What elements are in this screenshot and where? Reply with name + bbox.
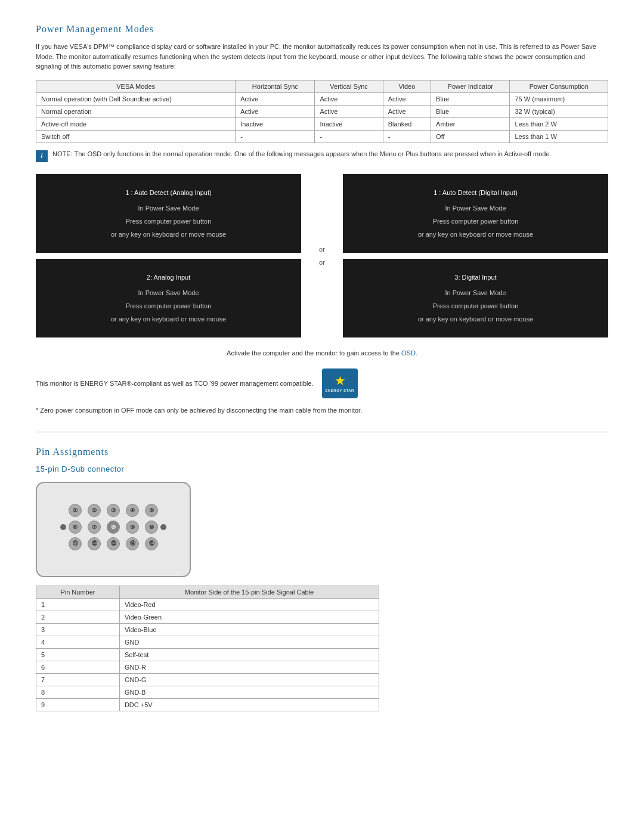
table-cell: Inactive <box>236 117 315 130</box>
table-row: Switch off---OffLess than 1 W <box>36 130 608 143</box>
pin-row-2: ⑥ ⑦ ⑧ ⑨ ⑩ <box>69 521 158 534</box>
table-cell: Blue <box>431 105 510 117</box>
screen-title: 3: Digital Input <box>454 271 496 284</box>
pin-6: ⑥ <box>69 521 82 534</box>
table-cell: Blue <box>431 92 510 105</box>
table-header-cell: Power Indicator <box>431 80 510 92</box>
zero-power-note: * Zero power consumption in OFF mode can… <box>36 407 608 414</box>
screen-title: 1 : Auto Detect (Digital Input) <box>434 186 518 199</box>
pin-table-row: 8GND-B <box>36 686 379 698</box>
left-screen-column: 1 : Auto Detect (Analog Input) In Power … <box>36 174 301 337</box>
pin-table-cell: GND-B <box>119 686 379 698</box>
pin-9: ⑨ <box>126 521 139 534</box>
pin-header-cell: Monitor Side of the 15-pin Side Signal C… <box>119 586 379 598</box>
energy-star-text: This monitor is ENERGY STAR®-compliant a… <box>36 380 314 387</box>
screen-analog-2: 2: Analog Input In Power Save Mode Press… <box>36 259 301 337</box>
energy-star-star: ★ <box>335 374 345 388</box>
table-body: Normal operation (with Dell Soundbar act… <box>36 92 608 143</box>
table-cell: Normal operation <box>36 105 236 117</box>
screen-line2: Press computer power button <box>433 299 519 312</box>
power-management-section: Power Management Modes If you have VESA'… <box>36 24 608 414</box>
pin-table-cell: 4 <box>36 636 120 648</box>
screen-title: 1 : Auto Detect (Analog Input) <box>125 186 211 199</box>
table-cell: Switch off <box>36 130 236 143</box>
pin-15: ⑮ <box>145 537 158 550</box>
pin-assignments-title: Pin Assignments <box>36 447 608 457</box>
pin-table-cell: Video-Red <box>119 598 379 611</box>
screen-line3: or any key on keyboard or move mouse <box>418 312 533 326</box>
pin-table-row: 7GND-G <box>36 673 379 686</box>
screen-line3: or any key on keyboard or move mouse <box>111 312 226 326</box>
pin-11: ⑪ <box>69 537 82 550</box>
screen-digital-2: 3: Digital Input In Power Save Mode Pres… <box>343 259 608 337</box>
table-cell: Inactive <box>315 117 383 130</box>
table-cell: Less than 2 W <box>510 117 608 130</box>
table-row: Active-off modeInactiveInactiveBlankedAm… <box>36 117 608 130</box>
table-cell: 75 W (maximum) <box>510 92 608 105</box>
connector-pins: ① ② ③ ④ ⑤ ⑥ ⑦ ⑧ ⑨ ⑩ ⑪ ⑫ ⑬ ⑭ <box>69 504 158 550</box>
pin-1: ① <box>69 504 82 517</box>
screen-line2: Press computer power button <box>126 215 212 228</box>
pin-4: ④ <box>126 504 139 517</box>
pin-connector-subtitle: 15-pin D-Sub connector <box>36 465 608 473</box>
screen-line2: Press computer power button <box>126 299 212 312</box>
pin-7: ⑦ <box>88 521 101 534</box>
pin-table-cell: GND <box>119 636 379 648</box>
note-icon: i <box>36 150 48 162</box>
pin-table-row: 2Video-Green <box>36 611 379 623</box>
pin-12: ⑫ <box>88 537 101 550</box>
table-cell: Active <box>236 105 315 117</box>
energy-star-badge: ★ ENERGY STAR <box>322 368 358 398</box>
pin-table-cell: DDC +5V <box>119 698 379 711</box>
pin-table-cell: GND-G <box>119 673 379 686</box>
table-header-cell: VESA Modes <box>36 80 236 92</box>
pin-table-cell: 8 <box>36 686 120 698</box>
pin-table-row: 6GND-R <box>36 661 379 673</box>
table-header-row: VESA ModesHorizontal SyncVertical SyncVi… <box>36 80 608 92</box>
pin-table-cell: 6 <box>36 661 120 673</box>
pin-table-cell: 7 <box>36 673 120 686</box>
screen-line1: In Power Save Mode <box>445 286 506 299</box>
osd-link[interactable]: OSD <box>401 349 416 357</box>
intro-paragraph: If you have VESA's DPM™ compliance displ… <box>36 42 608 72</box>
pin-table-row: 3Video-Blue <box>36 623 379 636</box>
pin-table-cell: Video-Green <box>119 611 379 623</box>
note-box: i NOTE: The OSD only functions in the no… <box>36 150 608 162</box>
screen-line1: In Power Save Mode <box>138 202 199 215</box>
table-cell: Less than 1 W <box>510 130 608 143</box>
pin-table-row: 4GND <box>36 636 379 648</box>
pin-table-cell: Self-test <box>119 648 379 661</box>
pin-table-cell: 5 <box>36 648 120 661</box>
pin-assignments-table: Pin NumberMonitor Side of the 15-pin Sid… <box>36 586 379 711</box>
table-cell: Amber <box>431 117 510 130</box>
screen-digital-1: 1 : Auto Detect (Digital Input) In Power… <box>343 174 608 253</box>
pin-table-row: 1Video-Red <box>36 598 379 611</box>
table-cell: 32 W (typical) <box>510 105 608 117</box>
screen-title: 2: Analog Input <box>147 271 190 284</box>
pin-table-cell: 9 <box>36 698 120 711</box>
table-cell: Active-off mode <box>36 117 236 130</box>
pin-table-body: 1Video-Red2Video-Green3Video-Blue4GND5Se… <box>36 598 379 711</box>
connector-dot-right <box>160 524 166 530</box>
table-cell: Active <box>383 105 431 117</box>
table-cell: - <box>315 130 383 143</box>
table-cell: - <box>236 130 315 143</box>
table-cell: Off <box>431 130 510 143</box>
table-row: Normal operationActiveActiveActiveBlue32… <box>36 105 608 117</box>
screen-analog-1: 1 : Auto Detect (Analog Input) In Power … <box>36 174 301 253</box>
pin-table-cell: GND-R <box>119 661 379 673</box>
table-cell: - <box>383 130 431 143</box>
pin-table-row: 5Self-test <box>36 648 379 661</box>
screen-line1: In Power Save Mode <box>445 202 506 215</box>
power-modes-table: VESA ModesHorizontal SyncVertical SyncVi… <box>36 80 608 143</box>
or-divider-1: or or <box>313 246 331 266</box>
pin-14: ⑭ <box>126 537 139 550</box>
table-cell: Active <box>315 92 383 105</box>
table-cell: Active <box>383 92 431 105</box>
connector-dot-left <box>60 524 66 530</box>
activate-text: Activate the computer and the monitor to… <box>36 349 608 357</box>
pin-table-cell: 1 <box>36 598 120 611</box>
pin-3: ③ <box>107 504 120 517</box>
table-header-cell: Vertical Sync <box>315 80 383 92</box>
screen-line2: Press computer power button <box>433 215 519 228</box>
